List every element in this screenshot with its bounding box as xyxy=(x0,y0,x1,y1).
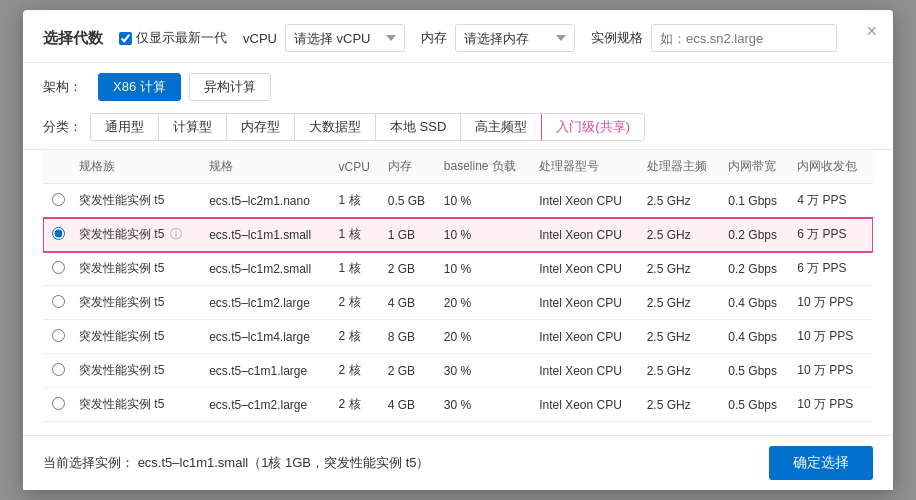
category-tabs: 通用型 计算型 内存型 大数据型 本地 SSD 高主频型 入门级(共享) xyxy=(90,113,645,141)
instance-radio[interactable] xyxy=(52,193,65,206)
vcpu-cell: 2 核 xyxy=(333,388,382,422)
col-processor: 处理器型号 xyxy=(533,150,640,184)
host-cell: 2.5 GHz xyxy=(641,286,723,320)
netpps-cell: 6 万 PPS xyxy=(791,218,873,252)
tab-localssd[interactable]: 本地 SSD xyxy=(376,114,461,140)
arch-label: 架构： xyxy=(43,78,82,96)
host-cell: 2.5 GHz xyxy=(641,252,723,286)
spec-cell: ecs.t5–c1m1.large xyxy=(203,354,332,388)
instance-radio[interactable] xyxy=(52,227,65,240)
category-section: 分类： 通用型 计算型 内存型 大数据型 本地 SSD 高主频型 入门级(共享) xyxy=(23,107,893,150)
radio-cell[interactable] xyxy=(43,252,73,286)
modal-header: 选择代数 仅显示最新一代 vCPU 请选择 vCPU 内存 请选择内存 xyxy=(23,10,893,63)
table-row[interactable]: 突发性能实例 t5ecs.t5–c1m2.large2 核4 GB30 %Int… xyxy=(43,388,873,422)
instance-radio[interactable] xyxy=(52,363,65,376)
family-cell: 突发性能实例 t5 xyxy=(73,184,203,218)
radio-cell[interactable] xyxy=(43,286,73,320)
netpps-cell: 6 万 PPS xyxy=(791,252,873,286)
latest-gen-filter[interactable]: 仅显示最新一代 xyxy=(119,29,227,47)
instance-radio[interactable] xyxy=(52,397,65,410)
tab-bigdata[interactable]: 大数据型 xyxy=(295,114,376,140)
netbw-cell: 0.4 Gbps xyxy=(722,286,791,320)
baseline-cell: 30 % xyxy=(438,388,533,422)
radio-cell[interactable] xyxy=(43,388,73,422)
processor-cell: Intel Xeon CPU xyxy=(533,286,640,320)
confirm-button[interactable]: 确定选择 xyxy=(769,446,873,480)
tab-compute[interactable]: 计算型 xyxy=(159,114,227,140)
table-row[interactable]: 突发性能实例 t5ecs.t5–c1m1.large2 核2 GB30 %Int… xyxy=(43,354,873,388)
netbw-cell: 0.5 Gbps xyxy=(722,388,791,422)
table-row[interactable]: 突发性能实例 t5 ⓘecs.t5–lc1m1.small1 核1 GB10 %… xyxy=(43,218,873,252)
netpps-cell: 10 万 PPS xyxy=(791,320,873,354)
modal-footer: 当前选择实例： ecs.t5–lc1m1.small（1核 1GB，突发性能实例… xyxy=(23,435,893,490)
footer-current-label: 当前选择实例： xyxy=(43,455,134,470)
memory-cell: 1 GB xyxy=(382,218,438,252)
latest-gen-checkbox[interactable] xyxy=(119,32,132,45)
col-host: 处理器主频 xyxy=(641,150,723,184)
help-icon[interactable]: ⓘ xyxy=(170,227,182,241)
family-cell: 突发性能实例 t5 xyxy=(73,252,203,286)
tab-memory[interactable]: 内存型 xyxy=(227,114,295,140)
instance-search-input[interactable] xyxy=(651,24,837,52)
processor-cell: Intel Xeon CPU xyxy=(533,388,640,422)
col-netpps: 内网收发包 xyxy=(791,150,873,184)
spec-cell: ecs.t5–lc1m2.small xyxy=(203,252,332,286)
col-netbw: 内网带宽 xyxy=(722,150,791,184)
family-cell: 突发性能实例 t5 xyxy=(73,286,203,320)
instance-table: 规格族 规格 vCPU 内存 baseline 负载 处理器型号 处理器主频 内… xyxy=(43,150,873,422)
table-header-row: 规格族 规格 vCPU 内存 baseline 负载 处理器型号 处理器主频 内… xyxy=(43,150,873,184)
spec-cell: ecs.t5–lc2m1.nano xyxy=(203,184,332,218)
netbw-cell: 0.5 Gbps xyxy=(722,354,791,388)
family-cell: 突发性能实例 t5 ⓘ xyxy=(73,218,203,252)
baseline-cell: 10 % xyxy=(438,184,533,218)
table-row[interactable]: 突发性能实例 t5ecs.t5–lc1m2.small1 核2 GB10 %In… xyxy=(43,252,873,286)
radio-cell[interactable] xyxy=(43,184,73,218)
memory-cell: 8 GB xyxy=(382,320,438,354)
host-cell: 2.5 GHz xyxy=(641,320,723,354)
vcpu-select[interactable]: 请选择 vCPU xyxy=(285,24,405,52)
netpps-cell: 4 万 PPS xyxy=(791,184,873,218)
spec-cell: ecs.t5–lc1m4.large xyxy=(203,320,332,354)
col-spec: 规格 xyxy=(203,150,332,184)
vcpu-cell: 2 核 xyxy=(333,354,382,388)
family-cell: 突发性能实例 t5 xyxy=(73,354,203,388)
netpps-cell: 10 万 PPS xyxy=(791,354,873,388)
arch-x86-btn[interactable]: X86 计算 xyxy=(98,73,181,101)
processor-cell: Intel Xeon CPU xyxy=(533,354,640,388)
baseline-cell: 20 % xyxy=(438,286,533,320)
instance-label: 实例规格 xyxy=(591,29,643,47)
col-radio xyxy=(43,150,73,184)
vcpu-label: vCPU xyxy=(243,31,277,46)
vcpu-cell: 1 核 xyxy=(333,252,382,286)
memory-label: 内存 xyxy=(421,29,447,47)
table-row[interactable]: 突发性能实例 t5ecs.t5–lc1m2.large2 核4 GB20 %In… xyxy=(43,286,873,320)
table-row[interactable]: 突发性能实例 t5ecs.t5–lc2m1.nano1 核0.5 GB10 %I… xyxy=(43,184,873,218)
tab-general[interactable]: 通用型 xyxy=(91,114,159,140)
memory-select[interactable]: 请选择内存 xyxy=(455,24,575,52)
host-cell: 2.5 GHz xyxy=(641,388,723,422)
tab-highfreq[interactable]: 高主频型 xyxy=(461,114,542,140)
instance-radio[interactable] xyxy=(52,295,65,308)
arch-hetero-btn[interactable]: 异构计算 xyxy=(189,73,271,101)
vcpu-filter-group: vCPU 请选择 vCPU xyxy=(243,24,405,52)
spec-cell: ecs.t5–c1m2.large xyxy=(203,388,332,422)
instance-radio[interactable] xyxy=(52,329,65,342)
modal-title: 选择代数 xyxy=(43,29,103,48)
spec-cell: ecs.t5–lc1m1.small xyxy=(203,218,332,252)
memory-filter-group: 内存 请选择内存 xyxy=(421,24,575,52)
memory-cell: 2 GB xyxy=(382,252,438,286)
family-cell: 突发性能实例 t5 xyxy=(73,320,203,354)
instance-radio[interactable] xyxy=(52,261,65,274)
processor-cell: Intel Xeon CPU xyxy=(533,320,640,354)
tab-entrylevel[interactable]: 入门级(共享) xyxy=(541,113,645,141)
col-family: 规格族 xyxy=(73,150,203,184)
table-row[interactable]: 突发性能实例 t5ecs.t5–lc1m4.large2 核8 GB20 %In… xyxy=(43,320,873,354)
instance-filter-group: 实例规格 xyxy=(591,24,837,52)
baseline-cell: 10 % xyxy=(438,252,533,286)
radio-cell[interactable] xyxy=(43,218,73,252)
close-button[interactable]: × xyxy=(866,22,877,40)
radio-cell[interactable] xyxy=(43,320,73,354)
radio-cell[interactable] xyxy=(43,354,73,388)
processor-cell: Intel Xeon CPU xyxy=(533,184,640,218)
memory-cell: 4 GB xyxy=(382,388,438,422)
